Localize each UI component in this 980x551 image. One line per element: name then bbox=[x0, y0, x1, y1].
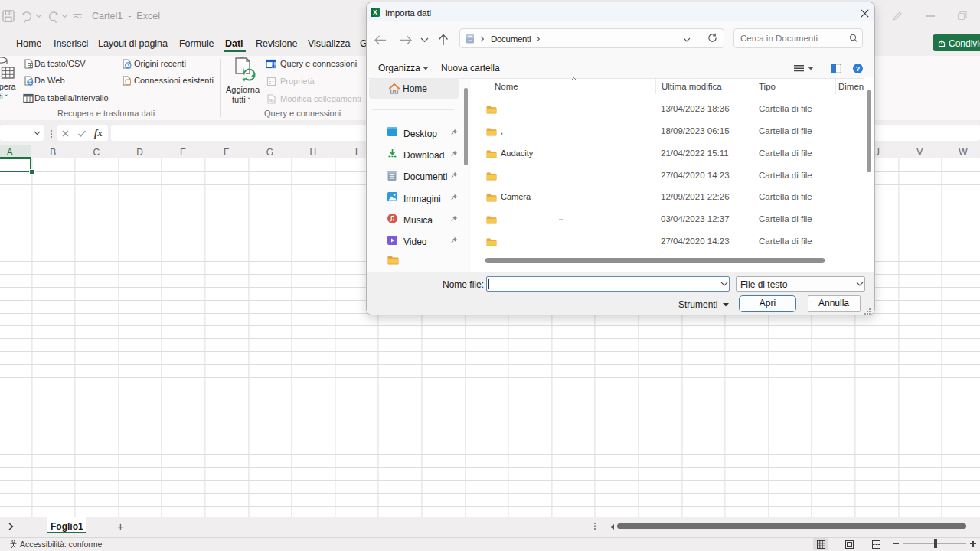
svg-text:X: X bbox=[373, 8, 377, 16]
svg-text:?: ? bbox=[856, 65, 861, 73]
